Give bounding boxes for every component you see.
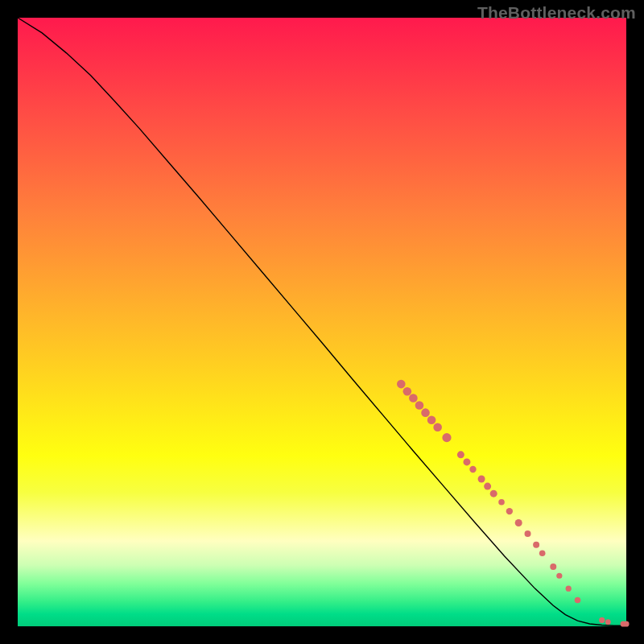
chart-scatter-group (397, 380, 630, 627)
chart-scatter-point (463, 458, 470, 465)
chart-scatter-point (397, 380, 406, 389)
chart-scatter-point (515, 519, 522, 526)
chart-scatter-point (525, 530, 531, 537)
chart-scatter-point (457, 451, 464, 458)
chart-scatter-point (556, 573, 562, 579)
chart-scatter-point (478, 476, 485, 483)
chart-scatter-point (442, 433, 451, 442)
chart-scatter-point (566, 586, 572, 592)
chart-scatter-point (533, 542, 539, 548)
chart-scatter-point (490, 490, 497, 497)
chart-scatter-point (539, 550, 546, 556)
chart-scatter-point (623, 621, 629, 626)
chart-scatter-point (427, 415, 436, 424)
chart-stage: TheBottleneck.com (0, 0, 644, 644)
chart-scatter-point (409, 394, 418, 402)
chart-scatter-point (403, 387, 412, 396)
chart-scatter-point (599, 617, 605, 623)
chart-scatter-point (498, 499, 505, 506)
chart-overlay (18, 18, 626, 626)
chart-scatter-point (575, 597, 581, 604)
chart-curve-group (18, 18, 626, 625)
chart-scatter-point (484, 483, 491, 490)
chart-scatter-point (506, 508, 513, 514)
chart-scatter-point (605, 619, 611, 625)
chart-scatter-point (433, 423, 442, 431)
chart-scatter-point (415, 401, 424, 410)
chart-scatter-point (421, 408, 430, 417)
chart-curve-line (18, 18, 626, 625)
chart-scatter-point (550, 564, 556, 570)
chart-scatter-point (469, 466, 476, 473)
